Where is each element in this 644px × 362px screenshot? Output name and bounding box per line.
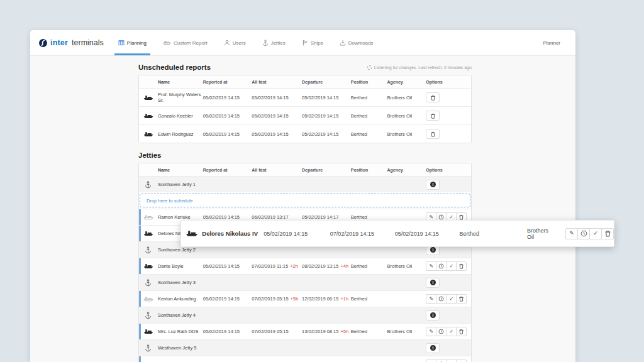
tab-jetties[interactable]: Jetties <box>254 30 294 55</box>
vessel-name: Gonzalo Keebler <box>158 113 203 119</box>
tab-label: Users <box>233 40 246 46</box>
anchor-icon <box>139 279 158 287</box>
brand-mark-icon <box>39 39 47 47</box>
ship-solid-icon <box>181 230 202 237</box>
agency: Brothers Oil <box>387 263 426 269</box>
jetty-name: Westhaven Jetty 5 <box>158 345 203 351</box>
edit-button[interactable]: ✎ <box>565 228 578 239</box>
agency: Brothers Oil <box>387 113 426 119</box>
anchor-icon <box>262 40 269 47</box>
ship-solid-icon <box>139 231 158 236</box>
check-icon: ✓ <box>449 264 453 269</box>
planner-button[interactable]: Planner <box>543 40 569 46</box>
confirm-button[interactable]: ✓ <box>446 359 457 362</box>
reported-at: 05/02/2019 14:15 <box>203 263 252 269</box>
all-fast: 07/02/2019 05:15 <box>252 329 288 334</box>
scheduled-ship-row[interactable]: Dante Boyle 05/02/2019 14:15 07/02/2019 … <box>139 258 471 274</box>
history-button[interactable] <box>577 228 590 239</box>
column-header-departure: Departure <box>302 80 351 84</box>
main-content: Unscheduled reports Listening for change… <box>138 56 472 362</box>
info-icon: i <box>430 345 436 351</box>
delete-button[interactable] <box>456 294 467 304</box>
calendar-icon <box>118 40 125 46</box>
nav-tabs: Planning Custom Report Users Jetties Shi… <box>110 30 382 55</box>
clock-icon <box>438 296 444 302</box>
agency: Brothers Oil <box>387 95 426 101</box>
jetty-row: Sonthaven Jetty 1 i <box>139 176 471 192</box>
delete-button[interactable] <box>456 261 467 271</box>
anchor-icon <box>139 181 158 189</box>
scheduled-ship-row[interactable]: Kenton Ankunding 05/02/2019 14:15 07/02/… <box>139 290 471 307</box>
unscheduled-row[interactable]: Prof. Murphy Waters Sr. 05/02/2019 14:15… <box>139 88 471 106</box>
tab-planning[interactable]: Planning <box>110 30 155 55</box>
unscheduled-row[interactable]: Gonzalo Keebler 05/02/2019 14:15 05/02/2… <box>139 106 471 124</box>
info-icon: i <box>430 247 436 253</box>
drag-preview-row[interactable]: Delores Nikolaus IV 05/02/2019 14:15 07/… <box>180 220 614 247</box>
delete-button[interactable] <box>601 228 614 239</box>
unscheduled-row[interactable]: Edwin Rodriguez 05/02/2019 14:15 05/02/2… <box>139 124 471 143</box>
edit-button[interactable]: ✎ <box>426 261 436 271</box>
check-icon: ✓ <box>593 231 598 236</box>
all-fast: 06/02/2019 13:17 <box>252 214 288 220</box>
edit-button[interactable]: ✎ <box>426 359 436 362</box>
confirm-button[interactable]: ✓ <box>446 261 457 271</box>
history-button[interactable] <box>436 327 447 336</box>
confirm-button[interactable]: ✓ <box>446 327 457 336</box>
delete-button[interactable] <box>456 327 467 336</box>
info-button[interactable]: i <box>426 278 440 288</box>
edit-button[interactable]: ✎ <box>426 294 436 304</box>
tab-label: Planning <box>127 40 147 46</box>
delete-button[interactable] <box>456 359 467 362</box>
unscheduled-reports-title: Unscheduled reports <box>138 63 211 71</box>
all-fast: 05/02/2019 14:15 <box>252 95 302 101</box>
info-button[interactable]: i <box>426 180 440 190</box>
info-button[interactable]: i <box>426 310 440 321</box>
jetty-row: Sonthaven Jetty 3 i <box>139 274 471 290</box>
jetty-row: Westhaven Jetty 5 i <box>139 339 471 356</box>
clock-icon <box>438 263 444 269</box>
reported-at: 05/02/2019 14:15 <box>203 329 252 334</box>
position: Berthed <box>351 95 387 101</box>
pencil-icon: ✎ <box>429 264 433 269</box>
departure-delay: +4h <box>340 263 348 269</box>
position: Berthed <box>351 131 387 137</box>
tab-users[interactable]: Users <box>216 30 254 55</box>
position: Berthed <box>351 263 387 269</box>
reported-at: 05/02/2019 14:15 <box>203 113 252 119</box>
tab-ships[interactable]: Ships <box>294 30 331 55</box>
ship-solid-icon <box>139 95 158 101</box>
reported-at: 05/02/2019 14:15 <box>203 131 252 137</box>
trash-icon <box>458 263 464 269</box>
tab-downloads[interactable]: Downloads <box>331 30 382 55</box>
trash-icon <box>458 296 464 302</box>
delete-button[interactable] <box>426 111 440 121</box>
scheduled-ship-row[interactable]: Mrs. Luz Rath DDS 05/02/2019 14:15 07/02… <box>139 323 471 339</box>
tab-label: Custom Report <box>174 40 208 46</box>
all-fast: 07/02/2019 14:15 <box>330 231 395 237</box>
history-button[interactable] <box>436 294 447 304</box>
ship-solid-icon <box>139 263 158 269</box>
tab-label: Downloads <box>348 40 374 46</box>
ship-solid-icon <box>139 329 158 334</box>
column-header-reported-at: Reported at <box>203 80 252 84</box>
tab-custom-report[interactable]: Custom Report <box>155 30 216 55</box>
pencil-icon: ✎ <box>429 297 433 302</box>
vessel-name: Kenton Ankunding <box>158 296 203 302</box>
delete-button[interactable] <box>426 129 440 139</box>
edit-button[interactable]: ✎ <box>426 327 436 336</box>
jetties-table: Name Reported at All fast Departure Posi… <box>138 163 472 362</box>
vessel-name: Mrs. Luz Rath DDS <box>158 329 203 334</box>
confirm-button[interactable]: ✓ <box>589 228 602 239</box>
history-button[interactable] <box>436 359 447 362</box>
info-button[interactable]: i <box>426 343 440 353</box>
confirm-button[interactable]: ✓ <box>446 294 457 304</box>
trash-icon <box>430 95 436 101</box>
drop-zone[interactable]: Drop here to schedule <box>140 194 470 207</box>
scheduled-ship-row[interactable]: Sharon Cartwright 05/02/2019 14:15 08/02… <box>139 356 471 362</box>
jetty-name: Sonthaven Jetty 2 <box>158 247 203 253</box>
history-button[interactable] <box>436 261 447 271</box>
delete-button[interactable] <box>426 92 440 102</box>
departure: 05/02/2019 14:15 <box>302 95 351 101</box>
column-header-all-fast: All fast <box>252 80 302 84</box>
info-icon: i <box>430 312 436 318</box>
